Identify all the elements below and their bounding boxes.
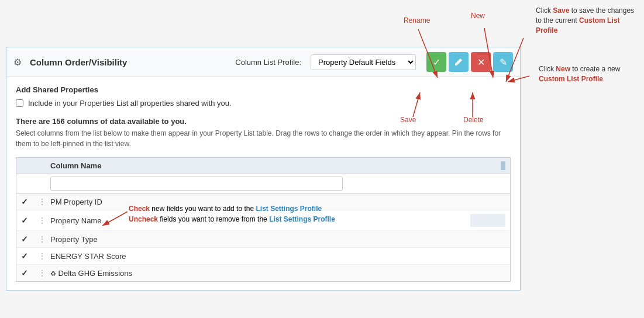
row-extra-2 [470, 214, 505, 227]
row-name-3: Property Type [50, 235, 505, 244]
drag-handle-4[interactable]: ⋮ [39, 252, 50, 260]
drag-handle-1[interactable]: ⋮ [39, 198, 50, 206]
include-shared-row: Include in your Properties List all prop… [16, 99, 511, 108]
gear-icon: ⚙ [13, 57, 22, 68]
save-button[interactable]: ✓ [426, 52, 446, 72]
header-bar: ⚙ Column Order/Visibility Column List Pr… [6, 47, 520, 77]
name-col-header: Column Name [50, 161, 501, 170]
delete-annotation-label: Delete [463, 116, 484, 124]
profile-select[interactable]: Property Default Fields [311, 54, 416, 70]
column-search-input[interactable] [50, 177, 343, 191]
drag-handle-3[interactable]: ⋮ [39, 235, 50, 243]
row-name-5: ♻ Delta GHG Emissions [50, 269, 505, 278]
right-annotation-new: Click New to create a new Custom List Pr… [539, 64, 641, 84]
save-annotation-label: Save [400, 116, 416, 124]
shared-section-title: Add Shared Properties [16, 85, 511, 94]
columns-info: There are 156 columns of data available … [16, 117, 511, 126]
columns-desc: Select columns from the list below to ma… [16, 128, 511, 149]
table-row: ✓ ⋮ Property Type [16, 231, 510, 248]
include-shared-checkbox[interactable] [16, 99, 23, 107]
rename-annotation-label: Rename [404, 16, 430, 25]
row-checkbox-1[interactable]: ✓ [21, 197, 39, 206]
row-name-4: ENERGY STAR Score [50, 252, 505, 261]
table-row: ✓ ⋮ ♻ Delta GHG Emissions [16, 265, 510, 281]
rename-button[interactable] [449, 52, 469, 72]
row-checkbox-4[interactable]: ✓ [21, 251, 39, 261]
check-annotation: Check new fields you want to add to the … [129, 203, 335, 224]
body-content: Add Shared Properties Include in your Pr… [6, 77, 520, 290]
row-checkbox-2[interactable]: ✓ [21, 216, 39, 225]
panel-title: Column Order/Visibility [30, 57, 127, 67]
table-header: Column Name [16, 158, 510, 174]
delete-button[interactable]: ✕ [471, 52, 491, 72]
search-row [16, 174, 510, 193]
right-annotation-save: Click Save to save the changes to the cu… [536, 6, 641, 35]
main-panel: ⚙ Column Order/Visibility Column List Pr… [6, 47, 521, 291]
row-checkbox-5[interactable]: ✓ [21, 268, 39, 278]
resize-handle[interactable] [501, 161, 505, 170]
row-checkbox-3[interactable]: ✓ [21, 234, 39, 244]
profile-label: Column List Profile: [235, 58, 301, 67]
drag-handle-2[interactable]: ⋮ [39, 216, 50, 224]
table-row: ✓ ⋮ ENERGY STAR Score [16, 248, 510, 265]
include-shared-label: Include in your Properties List all prop… [28, 99, 232, 108]
new-annotation-label: New [471, 12, 485, 20]
drag-handle-5[interactable]: ⋮ [39, 269, 50, 277]
action-buttons: ✓ ✕ ✎ [426, 52, 513, 72]
new-button[interactable]: ✎ [493, 52, 513, 72]
